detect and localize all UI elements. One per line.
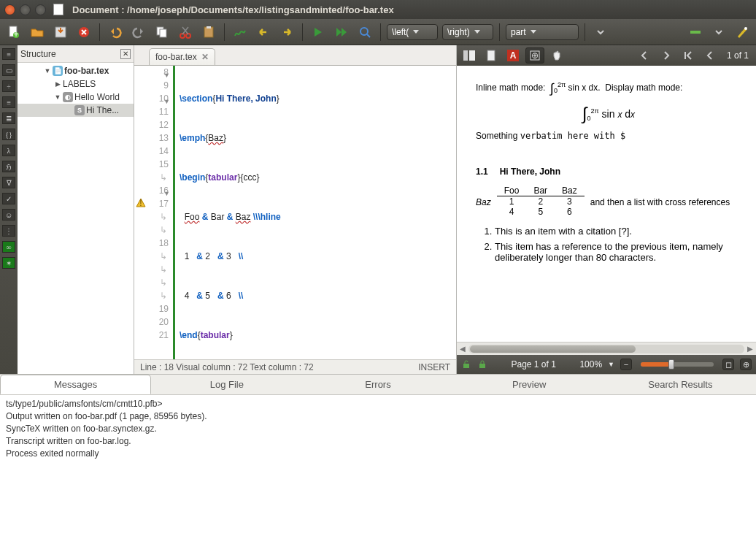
svg-text:A: A xyxy=(510,50,517,61)
window-title: Document : /home/joseph/Documents/tex/li… xyxy=(72,4,394,15)
svg-point-10 xyxy=(360,28,368,35)
overflow-2-button[interactable] xyxy=(709,23,728,42)
editor-panel: foo-bar.tex ✕ 8▼ 9 10▼ 11 12 13 14 15 16… xyxy=(134,45,457,374)
window-maximize-button[interactable] xyxy=(35,4,46,15)
paste-button[interactable] xyxy=(199,23,218,42)
redo-button[interactable] xyxy=(129,23,148,42)
pdf-first-button[interactable] xyxy=(679,47,698,64)
highlight-button[interactable] xyxy=(686,23,705,42)
tab-logfile[interactable]: Log File xyxy=(151,375,302,394)
overflow-button[interactable] xyxy=(591,23,610,42)
strip-icon-6[interactable]: {} xyxy=(2,129,15,140)
structure-close-button[interactable]: ✕ xyxy=(120,49,131,59)
lock-closed-icon[interactable] xyxy=(477,359,487,370)
pdf-list: This is an item with a citation [?]. Thi… xyxy=(495,226,741,263)
strip-icon-14[interactable]: ✶ xyxy=(2,257,15,269)
wizard-button[interactable] xyxy=(733,23,752,42)
strip-icon-10[interactable]: ✓ xyxy=(2,193,15,204)
structure-title: Structure xyxy=(20,49,56,59)
document-icon xyxy=(53,4,63,15)
pdf-sidebar-button[interactable] xyxy=(460,47,479,64)
window-minimize-button[interactable] xyxy=(20,4,31,15)
prev-yellow-button[interactable] xyxy=(254,23,273,42)
tab-preview[interactable]: Preview xyxy=(454,375,605,394)
lock-open-icon[interactable] xyxy=(461,359,471,370)
bottom-panel: Messages Log File Errors Preview Search … xyxy=(0,374,756,536)
cut-button[interactable] xyxy=(176,23,195,42)
zoom-slider[interactable] xyxy=(641,362,714,367)
strip-icon-9[interactable]: ∇ xyxy=(2,177,15,188)
tab-close-icon[interactable]: ✕ xyxy=(201,52,209,62)
pdf-toolbar: A ⊕ 1 of 1 xyxy=(457,45,756,66)
status-position: Line : 18 Visual column : 72 Text column… xyxy=(140,362,314,372)
run-all-button[interactable] xyxy=(332,23,351,42)
tree-labels[interactable]: LABELS xyxy=(63,79,96,89)
strip-icon-12[interactable]: ⋮ xyxy=(2,225,15,237)
editor-tabs: foo-bar.tex ✕ xyxy=(134,45,456,66)
tree-hi[interactable]: Hi The... xyxy=(86,105,119,115)
pdf-prev2-button[interactable] xyxy=(701,47,720,64)
code-editor[interactable]: 8▼ 9 10▼ 11 12 13 14 15 16▼ !17 18 19 20 xyxy=(134,66,456,359)
svg-rect-21 xyxy=(463,364,469,368)
editor-tab[interactable]: foo-bar.tex ✕ xyxy=(149,48,215,65)
tab-errors[interactable]: Errors xyxy=(302,375,453,394)
strip-icon-3[interactable]: ÷ xyxy=(2,80,15,92)
log-output[interactable]: ts/type1/public/amsfonts/cm/cmtt10.pfb> … xyxy=(0,395,756,536)
strip-icon-8[interactable]: ℌ xyxy=(2,161,15,172)
bottom-tabs: Messages Log File Errors Preview Search … xyxy=(0,375,756,395)
window-titlebar: Document : /home/joseph/Documents/tex/li… xyxy=(0,0,756,19)
main-toolbar: + \left( \right) part xyxy=(0,19,756,45)
open-file-button[interactable] xyxy=(28,23,47,42)
tree-hello[interactable]: Hello World xyxy=(74,92,120,102)
structure-panel: Structure ✕ ▼📄foo-bar.tex ▶LABELS ▼◐Hell… xyxy=(18,45,134,374)
copy-button[interactable] xyxy=(153,23,171,42)
pdf-statusbar: Page 1 of 1 100%▼ − ◻ ⊕ xyxy=(457,355,756,374)
plot-button[interactable] xyxy=(231,23,250,42)
pdf-status-page: Page 1 of 1 xyxy=(511,359,555,370)
code-lines[interactable]: \section{Hi There, John} \emph{Baz} \beg… xyxy=(175,66,309,359)
tab-messages[interactable]: Messages xyxy=(0,375,151,394)
pdf-panel: A ⊕ 1 of 1 Inline math mode: ∫02π sin x … xyxy=(457,45,756,374)
zoom-in-button[interactable]: ⊕ xyxy=(740,359,752,370)
section-combo[interactable]: part xyxy=(506,24,579,40)
pdf-hscrollbar[interactable]: ◀▶ xyxy=(457,342,756,355)
close-doc-button[interactable] xyxy=(74,23,93,42)
svg-rect-14 xyxy=(463,50,468,61)
strip-icon-5[interactable]: ≣ xyxy=(2,112,15,124)
save-button[interactable] xyxy=(51,23,70,42)
pdf-view[interactable]: Inline math mode: ∫02π sin x dx. Display… xyxy=(457,66,756,342)
delim-right-combo[interactable]: \right) xyxy=(442,24,493,40)
strip-icon-13[interactable]: ∞ xyxy=(2,241,15,253)
strip-icon-2[interactable]: ▭ xyxy=(2,64,15,76)
pdf-fit-button[interactable]: ⊕ xyxy=(525,47,544,64)
zoom-out-button[interactable]: − xyxy=(620,359,632,370)
editor-statusbar: Line : 18 Visual column : 72 Text column… xyxy=(134,359,456,374)
svg-text:!: ! xyxy=(139,198,142,208)
window-close-button[interactable] xyxy=(4,4,15,15)
tree-root[interactable]: foo-bar.tex xyxy=(64,66,109,76)
svg-rect-8 xyxy=(204,27,213,37)
pdf-adobe-icon[interactable]: A xyxy=(504,47,522,64)
pdf-singlepage-button[interactable] xyxy=(482,47,501,64)
structure-tree[interactable]: ▼📄foo-bar.tex ▶LABELS ▼◐Hello World SHi … xyxy=(18,63,134,374)
pdf-next-button[interactable] xyxy=(657,47,676,64)
delim-left-combo[interactable]: \left( xyxy=(387,24,438,40)
svg-rect-16 xyxy=(487,50,495,61)
undo-button[interactable] xyxy=(106,23,125,42)
view-button[interactable] xyxy=(355,23,374,42)
run-green-button[interactable] xyxy=(309,23,328,42)
section-icon: ◐ xyxy=(63,92,73,102)
svg-text:⊕: ⊕ xyxy=(531,50,539,61)
tab-search[interactable]: Search Results xyxy=(605,375,756,394)
tex-file-icon: 📄 xyxy=(53,66,63,76)
zoom-fit-button[interactable]: ◻ xyxy=(722,359,734,370)
strip-icon-1[interactable]: ≡ xyxy=(2,48,15,60)
pdf-hand-icon[interactable] xyxy=(547,47,566,64)
next-yellow-button[interactable] xyxy=(277,23,296,42)
strip-icon-4[interactable]: ≡ xyxy=(2,96,15,108)
subsection-icon: S xyxy=(74,105,85,115)
pdf-prev-button[interactable] xyxy=(635,47,654,64)
strip-icon-7[interactable]: λ xyxy=(2,145,15,156)
new-file-button[interactable]: + xyxy=(4,23,23,42)
strip-icon-11[interactable]: ☺ xyxy=(2,209,15,221)
